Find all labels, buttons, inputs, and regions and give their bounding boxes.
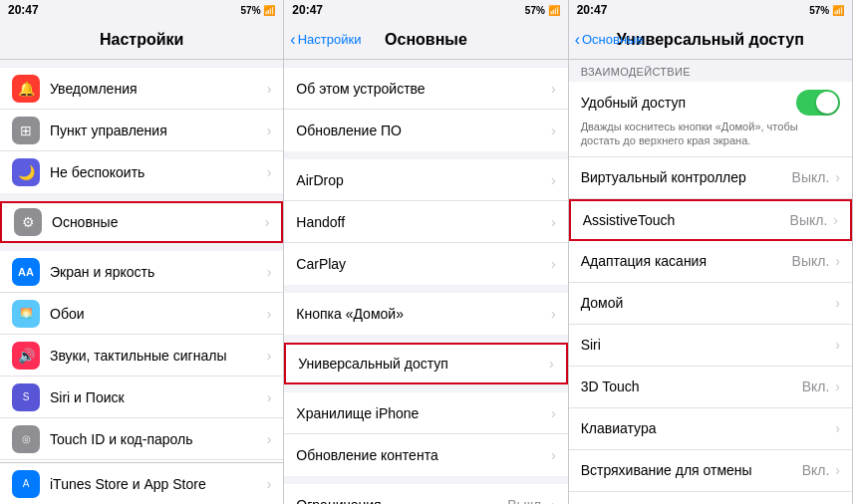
panel-content-2: Об этом устройстве › Обновление ПО › Air… — [284, 60, 567, 504]
list-item[interactable]: Кнопка «Домой» › — [284, 293, 567, 335]
list-item[interactable]: ⊞ Пункт управления › — [0, 110, 283, 151]
status-bar-2: 20:47 57% 📶 — [284, 0, 567, 20]
list-item-accessibility[interactable]: Универсальный доступ › — [284, 343, 567, 384]
notifications-icon: 🔔 — [12, 75, 40, 103]
general-label: Основные — [52, 214, 265, 230]
restrictions-label: Ограничения — [296, 497, 507, 504]
appstore-label: iTunes Store и App Store — [50, 476, 267, 492]
list-item[interactable]: Домой › — [569, 283, 852, 325]
dnd-chevron: › — [267, 164, 272, 180]
list-item[interactable]: Обновление контента › — [284, 434, 567, 476]
shake-chevron: › — [835, 462, 840, 478]
list-item[interactable]: Siri › — [569, 325, 852, 367]
touch-adapt-chevron: › — [835, 253, 840, 269]
list-item[interactable]: ◎ Touch ID и код-пароль › — [0, 418, 283, 460]
siri-label: Siri и Поиск — [50, 389, 267, 405]
list-item[interactable]: Клавиатура › — [569, 408, 852, 450]
list-item[interactable]: 🔊 Звуки, тактильные сигналы › — [0, 335, 283, 377]
section-header-interaction: ВЗАИМОДЕЙСТВИЕ — [569, 60, 852, 82]
wallpaper-icon: 🌅 — [12, 300, 40, 328]
nav-back-2[interactable]: ‹ Настройки — [290, 31, 361, 49]
list-item[interactable]: Обновление ПО › — [284, 110, 567, 151]
control-center-label: Пункт управления — [50, 123, 267, 138]
list-item[interactable]: S Siri и Поиск › — [0, 377, 283, 418]
nav-title-3: Универсальный доступ — [617, 31, 804, 49]
nav-bar-1: Настройки — [0, 20, 283, 60]
list-item[interactable]: Об этом устройстве › — [284, 68, 567, 110]
update-label: Обновление ПО — [296, 123, 551, 138]
appstore-chevron: › — [267, 476, 272, 492]
home-label: Домой — [581, 295, 836, 311]
3dtouch-value: Вкл. — [802, 378, 830, 394]
list-item-assistivetouch[interactable]: AssistiveTouch Выкл. › — [569, 199, 852, 241]
about-chevron: › — [551, 81, 556, 97]
status-icons-2: 57% 📶 — [525, 5, 560, 16]
reachability-toggle[interactable] — [796, 90, 840, 116]
list-item[interactable]: CarPlay › — [284, 243, 567, 285]
handoff-chevron: › — [551, 214, 556, 230]
list-item[interactable]: 🔔 Уведомления › — [0, 68, 283, 110]
airdrop-label: AirDrop — [296, 172, 551, 188]
restrictions-value: Выкл. — [507, 497, 545, 504]
accessibility-label: Универсальный доступ — [298, 356, 549, 372]
general-chevron: › — [265, 214, 270, 230]
status-time-2: 20:47 — [292, 3, 323, 17]
status-bar-3: 20:47 57% 📶 — [569, 0, 852, 20]
list-item[interactable]: Виртуальный контроллер Выкл. › — [569, 157, 852, 199]
3dtouch-label: 3D Touch — [581, 378, 802, 394]
touchid-icon: ◎ — [12, 425, 40, 453]
list-item[interactable]: 3D Touch Вкл. › — [569, 367, 852, 408]
list-item[interactable]: Хранилище iPhone › — [284, 392, 567, 434]
list-item[interactable]: Ограничения Выкл. › — [284, 484, 567, 504]
list-item[interactable]: Handoff › — [284, 201, 567, 243]
reachability-label: Удобный доступ — [581, 95, 796, 111]
status-time-1: 20:47 — [8, 3, 39, 17]
back-chevron-icon: ‹ — [290, 31, 295, 49]
panel-settings: 20:47 57% 📶 Настройки 🔔 Уведомления › ⊞ … — [0, 0, 284, 504]
general-icon: ⚙ — [14, 208, 42, 236]
shake-value: Вкл. — [802, 462, 830, 478]
back-chevron-icon-3: ‹ — [575, 31, 580, 49]
notifications-label: Уведомления — [50, 81, 267, 97]
bgrefresh-label: Обновление контента — [296, 447, 551, 463]
list-item[interactable]: Адаптация касания Выкл. › — [569, 241, 852, 283]
homebutton-label: Кнопка «Домой» — [296, 306, 551, 322]
dnd-icon: 🌙 — [12, 158, 40, 186]
virtual-controller-chevron: › — [835, 169, 840, 185]
panel-content-1: 🔔 Уведомления › ⊞ Пункт управления › 🌙 Н… — [0, 60, 283, 462]
panel-accessibility: 20:47 57% 📶 ‹ Основные Универсальный дос… — [569, 0, 853, 504]
reachability-description: Дважды коснитесь кнопки «Домой», чтобы д… — [581, 116, 840, 148]
list-item[interactable]: 🌙 Не беспокоить › — [0, 151, 283, 193]
touch-adapt-value: Выкл. — [792, 253, 830, 269]
list-item-general[interactable]: ⚙ Основные › — [0, 201, 283, 243]
storage-label: Хранилище iPhone — [296, 405, 551, 421]
restrictions-chevron: › — [551, 497, 556, 504]
nav-title-1: Настройки — [100, 31, 183, 49]
homebutton-chevron: › — [551, 306, 556, 322]
touchid-label: Touch ID и код-пароль — [50, 431, 267, 447]
list-item-appstore[interactable]: A iTunes Store и App Store › — [0, 462, 283, 504]
display-label: Экран и яркость — [50, 264, 267, 280]
airdrop-chevron: › — [551, 172, 556, 188]
list-item[interactable]: Встряхивание для отмены Вкл. › — [569, 450, 852, 492]
status-time-3: 20:47 — [577, 3, 608, 17]
accessibility-chevron: › — [549, 356, 554, 372]
toggle-knob — [816, 92, 838, 114]
list-item[interactable]: 🌅 Обои › — [0, 293, 283, 335]
list-item-reachability[interactable]: Удобный доступ Дважды коснитесь кнопки «… — [569, 82, 852, 157]
keyboard-label: Клавиатура — [581, 420, 836, 436]
update-chevron: › — [551, 123, 556, 138]
nav-bar-3: ‹ Основные Универсальный доступ — [569, 20, 852, 60]
list-item[interactable]: AA Экран и яркость › — [0, 251, 283, 293]
list-item[interactable]: Вибрация Вкл. › — [569, 492, 852, 504]
nav-back-3[interactable]: ‹ Основные — [575, 31, 644, 49]
handoff-label: Handoff — [296, 214, 551, 230]
appstore-icon: A — [12, 470, 40, 498]
panel-content-3: ВЗАИМОДЕЙСТВИЕ Удобный доступ Дважды кос… — [569, 60, 852, 504]
status-icons-3: 57% 📶 — [809, 5, 844, 16]
sounds-icon: 🔊 — [12, 342, 40, 370]
siri-acc-chevron: › — [835, 337, 840, 353]
wallpaper-chevron: › — [267, 306, 272, 322]
nav-title-2: Основные — [385, 31, 467, 49]
list-item[interactable]: AirDrop › — [284, 159, 567, 201]
